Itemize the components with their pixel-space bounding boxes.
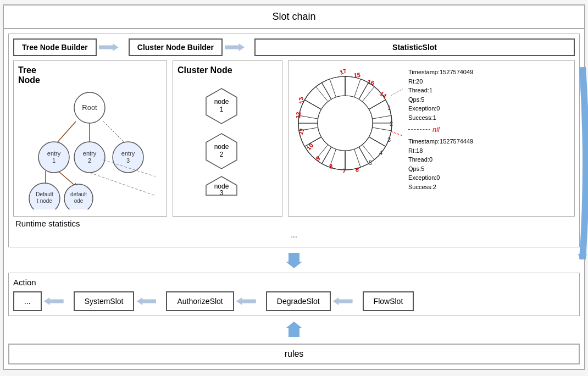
dots-label: ...	[13, 230, 575, 239]
main-area: Tree Node Builder Cluster Node Builder S…	[4, 29, 584, 369]
svg-line-15	[59, 172, 76, 186]
svg-text:Default: Default	[36, 191, 53, 197]
stat2-qps: Qps:5	[408, 164, 473, 174]
svg-text:5: 5	[369, 159, 372, 166]
svg-text:3: 3	[220, 189, 224, 197]
svg-text:4: 4	[379, 150, 382, 156]
degrade-slot-box: DegradeSlot	[266, 291, 331, 311]
runtime-label: Runtime statistics	[15, 219, 575, 228]
authorize-slot-box: AuthorizeSlot	[166, 291, 234, 311]
stat-area: .ring-seg { fill: white; stroke: #333; s…	[293, 65, 570, 197]
svg-text:node: node	[214, 143, 229, 151]
svg-text:15: 15	[353, 71, 360, 79]
stat-info: Timestamp:1527574049 Rt:20 Thread:1 Qps:…	[408, 65, 473, 197]
stat1-exception: Exception:0	[408, 104, 473, 113]
statistic-panel: .ring-seg { fill: white; stroke: #333; s…	[288, 60, 575, 217]
tree-panel-title: TreeNode	[18, 65, 162, 85]
svg-text:entry: entry	[47, 150, 61, 157]
svg-text:1: 1	[387, 104, 391, 111]
top-boxes-row: Tree Node Builder Cluster Node Builder S…	[13, 38, 575, 56]
stat1-timestamp: Timestamp:1527574049	[408, 68, 473, 77]
down-arrow-1	[8, 253, 580, 270]
stat2-timestamp: Timestamp:1527574449	[408, 137, 473, 146]
ellipsis-box: ...	[13, 291, 42, 311]
up-arrow	[8, 322, 580, 339]
svg-text:1: 1	[52, 157, 56, 164]
stat-block-1: Timestamp:1527574049 Rt:20 Thread:1 Qps:…	[408, 68, 473, 122]
arrow-left-2	[136, 296, 164, 307]
action-section: Action ... SystemSlot AuthorizeSlot Degr…	[8, 273, 580, 316]
svg-text:13: 13	[297, 97, 305, 104]
tree-panel: TreeNode Root entry 1	[13, 60, 167, 217]
svg-text:3: 3	[126, 157, 130, 164]
svg-text:2: 2	[220, 151, 224, 158]
svg-text:ode: ode	[74, 198, 84, 204]
svg-text:2: 2	[390, 120, 393, 127]
svg-text:1: 1	[220, 106, 224, 113]
svg-text:3: 3	[387, 136, 391, 143]
top-section: Tree Node Builder Cluster Node Builder S…	[8, 34, 580, 247]
statistic-slot-box: StatisticSlot	[254, 38, 575, 56]
content-panels: TreeNode Root entry 1	[13, 60, 575, 217]
svg-text:7: 7	[342, 167, 347, 174]
system-slot-box: SystemSlot	[74, 291, 135, 311]
arrow-left-1	[44, 296, 71, 307]
svg-text:entry: entry	[121, 150, 135, 157]
svg-text:2: 2	[88, 157, 91, 164]
svg-text:node: node	[214, 98, 229, 106]
slot-chain-title: Slot chain	[272, 11, 315, 22]
svg-line-71	[391, 87, 403, 96]
stat2-thread: Thread:0	[408, 155, 473, 164]
tree-node-builder-box: Tree Node Builder	[13, 38, 97, 56]
rules-label: rules	[285, 349, 304, 358]
stat1-rt: Rt:20	[408, 77, 473, 86]
svg-text:entry: entry	[83, 150, 97, 157]
stat1-thread: Thread:1	[408, 86, 473, 95]
nil-label: nil	[432, 125, 440, 134]
arrow-right-1	[99, 42, 126, 53]
tree-svg: Root entry 1 entry 2	[18, 89, 161, 209]
svg-point-35	[318, 96, 373, 151]
svg-text:default: default	[70, 191, 87, 197]
cluster-panel-title: Cluster Node	[177, 65, 278, 75]
stat-block-2: Timestamp:1527574449 Rt:18 Thread:0 Qps:…	[408, 137, 473, 191]
svg-marker-75	[286, 322, 302, 337]
action-boxes-row: ... SystemSlot AuthorizeSlot DegradeSlot…	[13, 291, 575, 311]
svg-text:t node: t node	[37, 198, 52, 204]
big-right-arrow	[575, 67, 588, 259]
svg-marker-74	[286, 253, 302, 268]
svg-line-72	[391, 131, 403, 137]
action-label: Action	[13, 278, 575, 287]
slot-chain-header: Slot chain	[4, 5, 584, 29]
arrow-left-4	[333, 296, 360, 307]
svg-line-23	[90, 173, 156, 196]
stat2-exception: Exception:0	[408, 173, 473, 183]
stat1-success: Success:1	[408, 113, 473, 123]
stat-nil: nil	[408, 125, 473, 134]
arrow-left-3	[236, 296, 264, 307]
outer-container: Slot chain Tree Node Builder Cluster Nod…	[3, 4, 585, 370]
cluster-svg: node 1 node 2 node 3	[177, 79, 265, 200]
stat2-rt: Rt:18	[408, 146, 473, 156]
stat1-qps: Qps:5	[408, 95, 473, 104]
rules-footer: rules	[8, 344, 580, 364]
svg-text:Root: Root	[82, 103, 97, 112]
svg-text:17: 17	[339, 67, 348, 75]
svg-text:12: 12	[295, 112, 302, 119]
ring-svg: .ring-seg { fill: white; stroke: #333; s…	[293, 65, 403, 181]
cluster-panel: Cluster Node node 1 node 2 node 3	[173, 60, 282, 217]
cluster-node-builder-box: Cluster Node Builder	[129, 38, 223, 56]
arrow-right-2	[225, 42, 252, 53]
flow-slot-box: FlowSlot	[363, 291, 414, 311]
stat2-success: Success:2	[408, 183, 473, 192]
